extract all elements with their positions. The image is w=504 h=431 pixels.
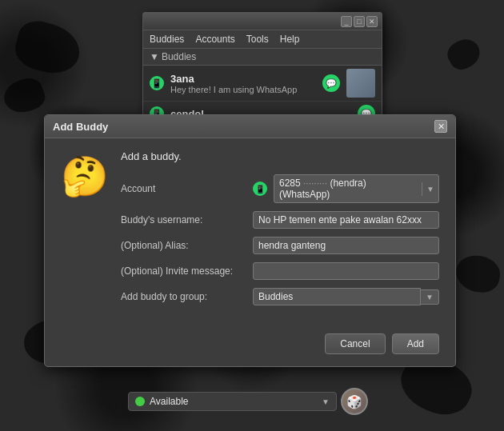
- menu-accounts[interactable]: Accounts: [193, 33, 237, 46]
- alias-input[interactable]: [253, 237, 439, 254]
- account-field-container: 📱 6285 ········· (hendra) (WhatsApp) ▼: [253, 174, 439, 203]
- minimize-button[interactable]: _: [341, 16, 352, 27]
- account-row: Account 📱 6285 ········· (hendra) (Whats…: [121, 174, 439, 203]
- whatsapp-badge: 💬: [322, 74, 340, 92]
- whatsapp-icon: 📱: [150, 76, 164, 90]
- alias-label: (Optional) Alias:: [121, 240, 245, 251]
- group-row: Add buddy to group: ▼: [121, 288, 439, 305]
- account-select-text: 6285 ········· (hendra) (WhatsApp): [274, 175, 422, 202]
- invite-input[interactable]: [253, 262, 439, 280]
- alias-row: (Optional) Alias:: [121, 237, 439, 254]
- status-bar: Available ▼ 🎲: [128, 388, 368, 415]
- whatsapp-icon: 📱: [253, 182, 267, 196]
- add-buddy-dialog: Add Buddy ✕ 🤔 Add a buddy. Account 📱 628…: [44, 114, 456, 367]
- buddy-list-window: _ □ ✕ Buddies Accounts Tools Help ▼ Budd…: [142, 12, 382, 127]
- group-dropdown-button[interactable]: ▼: [421, 289, 439, 305]
- dialog-close-button[interactable]: ✕: [434, 120, 447, 133]
- buddy-info: 3ana Hey there! I am using WhatsApp: [170, 73, 316, 94]
- status-select[interactable]: Available ▼: [128, 392, 337, 411]
- dialog-heading: Add a buddy.: [121, 150, 439, 162]
- menu-help[interactable]: Help: [278, 33, 302, 46]
- invite-label: (Optional) Invite message:: [121, 265, 245, 277]
- maximize-button[interactable]: □: [354, 16, 365, 27]
- menu-tools[interactable]: Tools: [244, 33, 271, 46]
- account-select[interactable]: 6285 ········· (hendra) (WhatsApp) ▼: [274, 174, 439, 203]
- group-field-container: ▼: [253, 288, 439, 305]
- group-label: Add buddy to group:: [121, 291, 245, 302]
- dialog-title: Add Buddy: [53, 121, 108, 133]
- account-label: Account: [121, 183, 245, 194]
- add-button[interactable]: Add: [392, 333, 439, 354]
- buddy-username-label: Buddy's username:: [121, 214, 245, 225]
- dialog-titlebar: Add Buddy ✕: [45, 115, 455, 138]
- group-input[interactable]: [253, 288, 421, 305]
- buddy-status: Hey there! I am using WhatsApp: [170, 85, 316, 94]
- buddy-name: 3ana: [170, 73, 316, 85]
- dialog-buttons: Cancel Add: [45, 325, 455, 366]
- status-dot: [135, 397, 145, 406]
- buddy-group-header: ▼ Buddies: [143, 49, 382, 66]
- buddy-username-input[interactable]: [253, 211, 439, 229]
- account-dropdown-arrow: ▼: [422, 182, 438, 196]
- buddy-menubar: Buddies Accounts Tools Help: [143, 30, 382, 49]
- buddy-username-row: Buddy's username:: [121, 211, 439, 229]
- status-text: Available: [150, 396, 322, 407]
- close-button[interactable]: ✕: [366, 16, 378, 27]
- dialog-body: 🤔 Add a buddy. Account 📱 6285 ········· …: [45, 138, 455, 325]
- dialog-content: Add a buddy. Account 📱 6285 ········· (h…: [121, 150, 439, 313]
- status-arrow-icon: ▼: [322, 397, 330, 406]
- buddy-emoji-icon: 🤔: [61, 154, 109, 313]
- invite-row: (Optional) Invite message:: [121, 262, 439, 280]
- buddy-list-titlebar: _ □ ✕: [143, 13, 382, 30]
- list-item[interactable]: 📱 3ana Hey there! I am using WhatsApp 💬: [143, 66, 382, 102]
- buddy-avatar: [346, 69, 375, 98]
- menu-buddies[interactable]: Buddies: [147, 33, 186, 46]
- dice-icon-button[interactable]: 🎲: [341, 388, 368, 415]
- cancel-button[interactable]: Cancel: [325, 333, 385, 354]
